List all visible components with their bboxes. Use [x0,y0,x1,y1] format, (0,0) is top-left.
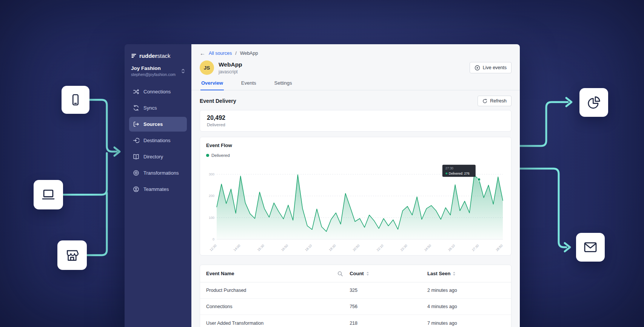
pie-chart-icon [587,95,601,110]
sidebar-item-label: Syncs [143,105,157,111]
teammates-icon [133,186,139,192]
workspace-email: stephen@joyfashion.com [131,72,176,77]
analytics-destination-card [579,88,608,117]
svg-text:22:10: 22:10 [376,243,384,252]
svg-text:20:50: 20:50 [352,243,360,252]
tab-events[interactable]: Events [240,80,257,90]
rudderstack-logo-icon [131,53,137,59]
search-icon[interactable] [337,271,343,276]
chart-title: Event Flow [206,143,505,148]
svg-text:27:30: 27:30 [445,166,454,170]
mail-connector-line [520,169,566,247]
event-name-cell: Product Purchased [206,288,350,293]
source-avatar: JS [200,60,214,75]
svg-text:23:30: 23:30 [400,243,408,252]
sidebar-item-directory[interactable]: Directory [129,149,187,164]
table-header-row: Event Name Count Last Seen [200,265,511,282]
sidebar-item-transformations[interactable]: Transformations [129,166,187,180]
sidebar-item-destinations[interactable]: Destinations [129,133,187,148]
svg-text:28:50: 28:50 [495,243,503,252]
sort-icon[interactable] [453,271,456,276]
chart-legend: Delivered [206,153,505,158]
sidebar-item-connections[interactable]: Connections [129,84,187,99]
store-source-card [57,240,87,270]
svg-text:0: 0 [213,237,214,241]
count-cell: 218 [350,321,427,326]
back-arrow-icon[interactable]: ← [200,50,205,56]
laptop-connector-line [63,153,107,195]
store-connector-line [87,193,107,255]
phone-source-card [62,86,89,114]
last-seen-cell: 4 minutes ago [427,304,505,309]
mail-icon [583,240,598,255]
delivered-count: 20,492 [207,115,504,121]
table-row[interactable]: User Added Transformation 218 7 minutes … [200,315,511,327]
refresh-icon [482,99,487,104]
sidebar-item-label: Transformations [143,170,179,176]
breadcrumb-separator: / [235,51,236,56]
column-header-count[interactable]: Count [350,271,427,276]
sidebar-item-label: Sources [143,121,163,127]
marketing-background: rudderstack Joy Fashion stephen@joyfashi… [0,0,644,327]
column-header-last-seen[interactable]: Last Seen [427,271,505,276]
laptop-icon [41,188,55,202]
svg-text:Delivered: 276: Delivered: 276 [449,172,470,175]
delivered-summary-card: 20,492 Delivered [200,110,512,132]
sort-icon[interactable] [366,271,369,276]
event-name-cell: User Added Transformation [206,321,350,326]
event-flow-card: Event Flow Delivered 010020030012:3014:0… [200,137,512,256]
svg-text:15:30: 15:30 [257,243,265,252]
directory-icon [133,153,139,160]
svg-text:200: 200 [209,194,214,198]
play-circle-icon [475,65,480,71]
sources-icon [133,121,139,127]
svg-text:18:10: 18:10 [304,243,313,252]
sidebar-item-syncs[interactable]: Syncs [129,101,187,115]
live-events-button[interactable]: Live events [470,62,512,73]
source-type-label: javascript [219,69,242,74]
column-header-event-name[interactable]: Event Name [206,271,350,276]
page-title: WebApp [219,61,242,68]
main-content: ← All sources / WebApp JS WebApp javascr… [191,44,520,327]
count-cell: 325 [350,288,427,293]
pie-connector-line [520,102,568,146]
rudderstack-logo: rudderstack [129,53,187,59]
sidebar-item-label: Teammates [143,186,169,192]
tab-bar: Overview Events Settings [191,80,520,90]
refresh-button[interactable]: Refresh [478,96,512,106]
syncs-icon [133,105,139,111]
tab-settings[interactable]: Settings [274,80,293,90]
sidebar-item-label: Destinations [143,138,171,143]
delivered-label: Delivered [207,122,504,127]
store-icon [65,248,79,262]
event-flow-chart: 010020030012:3014:0015:3016:5018:1019:30… [206,158,506,253]
breadcrumb-current: WebApp [240,51,258,56]
event-delivery-section-header: Event Delivery Refresh [191,90,520,110]
sidebar-item-label: Directory [143,154,163,160]
destinations-icon [133,137,139,144]
svg-text:24:50: 24:50 [424,243,432,252]
rudderstack-app-window: rudderstack Joy Fashion stephen@joyfashi… [125,44,520,327]
last-seen-cell: 7 minutes ago [427,321,505,326]
table-row[interactable]: Product Purchased 325 2 minutes ago [200,282,511,299]
table-row[interactable]: Connections 756 4 minutes ago [200,299,511,315]
workspace-name: Joy Fashion [131,65,176,71]
email-destination-card [576,233,605,262]
sidebar-item-teammates[interactable]: Teammates [129,182,187,197]
legend-dot [206,154,209,157]
breadcrumb: ← All sources / WebApp [191,44,520,56]
svg-text:27:30: 27:30 [471,243,479,252]
breadcrumb-link-all-sources[interactable]: All sources [209,51,232,56]
sidebar-item-sources[interactable]: Sources [129,117,187,132]
logo-wordmark: rudderstack [139,53,171,59]
tab-overview[interactable]: Overview [200,80,224,90]
svg-text:12:30: 12:30 [209,243,217,252]
source-header: JS WebApp javascript Live events [191,60,520,75]
svg-text:100: 100 [209,216,214,220]
sidebar: rudderstack Joy Fashion stephen@joyfashi… [125,44,191,327]
sidebar-item-label: Connections [143,89,171,95]
laptop-source-card [34,180,63,209]
chevron-updown-icon [181,68,185,74]
workspace-selector[interactable]: Joy Fashion stephen@joyfashion.com [129,65,187,77]
svg-text:19:30: 19:30 [328,243,336,252]
